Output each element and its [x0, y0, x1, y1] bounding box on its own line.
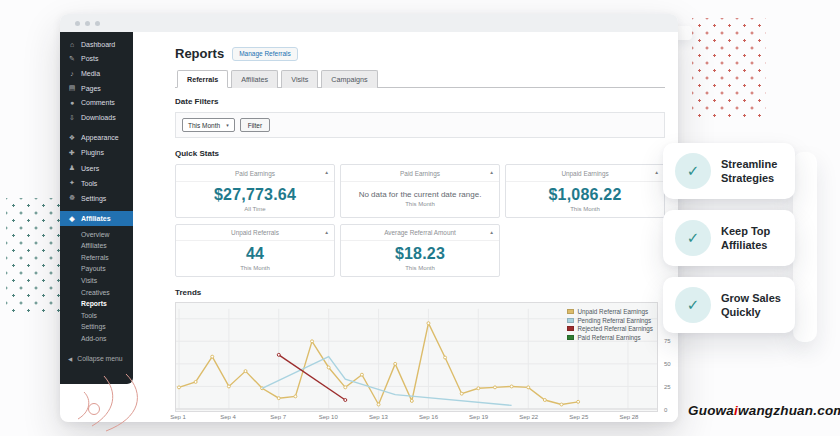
sidebar-item-pages[interactable]: ▤Pages — [60, 81, 133, 96]
submenu-item-payouts[interactable]: Payouts — [60, 263, 133, 275]
submenu-item-settings[interactable]: Settings — [60, 321, 133, 333]
y-tick-label: 75 — [664, 338, 671, 344]
manage-referrals-button[interactable]: Manage Referrals — [232, 47, 298, 61]
sidebar-item-appearance[interactable]: ❖Appearance — [60, 130, 133, 145]
window-control-icon[interactable] — [95, 21, 100, 26]
caret-up-icon[interactable]: ▴ — [325, 229, 328, 235]
users-icon: ♟ — [68, 164, 76, 172]
sidebar-item-users[interactable]: ♟Users — [60, 161, 133, 176]
submenu-item-tools[interactable]: Tools — [60, 309, 133, 321]
submenu-item-affiliates[interactable]: Affiliates — [60, 240, 133, 252]
sidebar-item-label: Users — [81, 165, 99, 172]
window-control-icon[interactable] — [85, 21, 90, 26]
tab-referrals[interactable]: Referrals — [177, 70, 228, 88]
report-tabs: ReferralsAffiliatesVisitsCampaigns — [175, 69, 665, 88]
x-tick-label: Sep 25 — [569, 414, 588, 420]
tab-visits[interactable]: Visits — [281, 70, 318, 88]
stat-card-caption: This Month — [341, 201, 499, 207]
submenu-item-add-ons[interactable]: Add-ons — [60, 333, 133, 345]
affiliates-icon: ◈ — [68, 215, 76, 223]
stat-card-title: Unpaid Earnings — [506, 165, 664, 182]
x-tick-label: Sep 28 — [619, 414, 638, 420]
x-tick-label: Sep 7 — [270, 414, 286, 420]
stat-card-average-referral-amount: Average Referral Amount▴$18.23This Month — [340, 224, 500, 278]
teal-dot-pattern — [6, 198, 60, 314]
window-titlebar — [60, 14, 678, 32]
admin-main-content: Reports Manage Referrals ReferralsAffili… — [133, 32, 678, 422]
submenu-item-referrals[interactable]: Referrals — [60, 251, 133, 263]
stat-card-title: Paid Earnings — [341, 165, 499, 182]
promo-card-keep-top-affiliates: ✓Keep Top Affiliates — [663, 210, 795, 266]
watermark-segment: Guowa — [688, 403, 734, 418]
trends-heading: Trends — [175, 288, 665, 297]
sidebar-item-posts[interactable]: ✎Posts — [60, 51, 133, 66]
x-tick-label: Sep 10 — [319, 414, 338, 420]
sidebar-item-label: Comments — [81, 99, 115, 106]
legend-item: Unpaid Referral Earnings — [567, 308, 653, 315]
sidebar-item-label: Downloads — [81, 114, 116, 121]
submenu-item-visits[interactable]: Visits — [60, 275, 133, 287]
submenu-item-creatives[interactable]: Creatives — [60, 286, 133, 298]
check-icon: ✓ — [675, 153, 711, 189]
legend-color-chip — [567, 335, 574, 340]
watermark-segment: wangzhuan.com — [738, 403, 840, 418]
filter-button[interactable]: Filter — [240, 118, 270, 132]
chart-plot-area: Unpaid Referral EarningsPending Referral… — [175, 302, 658, 412]
promo-card-label: Grow Sales Quickly — [721, 291, 785, 320]
wp-admin-sidebar: ⌂Dashboard✎Posts♪Media▤Pages●Comments⇩Do… — [60, 32, 133, 384]
submenu-item-overview[interactable]: Overview — [60, 228, 133, 240]
stat-card-caption: This Month — [176, 265, 334, 271]
tab-affiliates[interactable]: Affiliates — [231, 70, 278, 88]
stat-card-title: Paid Earnings — [176, 165, 334, 182]
sidebar-item-tools[interactable]: ✦Tools — [60, 176, 133, 191]
caret-up-icon[interactable]: ▴ — [490, 169, 493, 175]
y-tick-label: 0 — [664, 407, 667, 413]
dashboard-icon: ⌂ — [68, 41, 76, 48]
stat-card-caption: This Month — [341, 265, 499, 271]
sidebar-item-settings[interactable]: ☸Settings — [60, 191, 133, 206]
caret-up-icon[interactable]: ▴ — [655, 169, 658, 175]
collapse-arrow-icon: ◀ — [68, 356, 72, 362]
media-icon: ♪ — [68, 70, 76, 77]
pages-icon: ▤ — [68, 84, 76, 92]
legend-label: Rejected Referral Earnings — [577, 325, 653, 332]
sidebar-item-comments[interactable]: ●Comments — [60, 96, 133, 110]
sidebar-item-label: Settings — [81, 195, 106, 202]
stat-card-message: No data for the current date range. — [341, 190, 499, 199]
caret-up-icon[interactable]: ▴ — [325, 169, 328, 175]
quick-stats-row-1: Paid Earnings▴$27,773.64All TimePaid Ear… — [175, 164, 665, 218]
window-control-icon[interactable] — [75, 21, 80, 26]
browser-window: ⌂Dashboard✎Posts♪Media▤Pages●Comments⇩Do… — [60, 14, 678, 422]
trends-chart: Unpaid Referral EarningsPending Referral… — [175, 302, 665, 422]
stat-card-title: Average Referral Amount — [341, 225, 499, 242]
x-tick-label: Sep 4 — [220, 414, 236, 420]
sidebar-item-downloads[interactable]: ⇩Downloads — [60, 110, 133, 125]
stat-card-paid-earnings: Paid Earnings▴$27,773.64All Time — [175, 164, 335, 218]
sidebar-item-label: Media — [81, 70, 100, 77]
x-tick-label: Sep 19 — [469, 414, 488, 420]
tab-campaigns[interactable]: Campaigns — [321, 70, 377, 88]
collapse-menu-button[interactable]: ◀ Collapse menu — [60, 355, 133, 362]
stat-card-caption: This Month — [506, 206, 664, 212]
plugins-icon: ✚ — [68, 149, 76, 157]
y-tick-label: 50 — [664, 361, 671, 367]
affiliates-submenu: OverviewAffiliatesReferralsPayoutsVisits… — [60, 226, 133, 346]
caret-up-icon[interactable]: ▴ — [490, 229, 493, 235]
sidebar-item-dashboard[interactable]: ⌂Dashboard — [60, 37, 133, 51]
quick-stats-row-2: Unpaid Referrals▴44This MonthAverage Ref… — [175, 224, 665, 278]
sidebar-item-affiliates[interactable]: ◈ Affiliates — [60, 211, 133, 226]
promo-card-streamline-strategies: ✓Streamline Strategies — [663, 143, 795, 199]
collapse-menu-label: Collapse menu — [77, 355, 122, 362]
sidebar-item-plugins[interactable]: ✚Plugins — [60, 145, 133, 160]
submenu-item-reports[interactable]: Reports — [60, 298, 133, 310]
settings-icon: ☸ — [68, 194, 76, 202]
date-range-select[interactable]: This Month ▾ — [182, 118, 235, 132]
sidebar-mid-menu: ❖Appearance✚Plugins♟Users✦Tools☸Settings — [60, 130, 133, 206]
swirl-decoration — [70, 372, 182, 434]
chart-legend: Unpaid Referral EarningsPending Referral… — [567, 308, 653, 341]
sidebar-item-media[interactable]: ♪Media — [60, 66, 133, 80]
comments-icon: ● — [68, 99, 76, 106]
legend-item: Pending Referral Earnings — [567, 317, 653, 324]
promo-card-label: Keep Top Affiliates — [721, 224, 785, 253]
stat-card-caption: All Time — [176, 206, 334, 212]
